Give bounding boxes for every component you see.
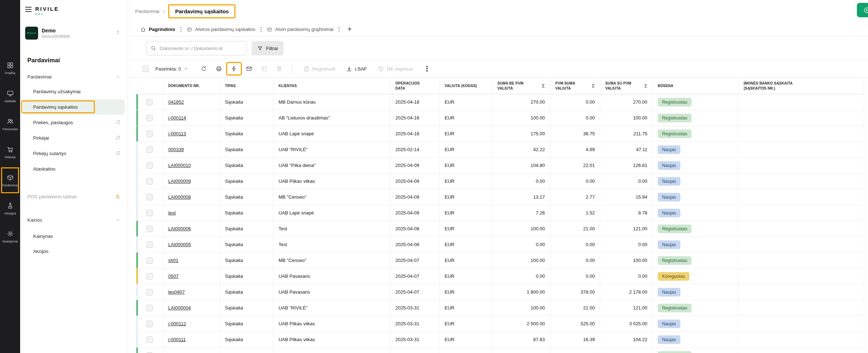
document-link[interactable]: LAI000009	[168, 178, 191, 184]
table-row[interactable]: LAI000006 Sąskaita Test 2025-04-08 EUR 1…	[136, 221, 864, 237]
table-row[interactable]: LAI000005 Sąskaita Test 2025-04-08 EUR 0…	[136, 237, 864, 253]
row-checkbox[interactable]	[146, 336, 153, 343]
selected-count-dropdown[interactable]: Pasirinkta: 0	[155, 66, 188, 72]
row-checkbox[interactable]	[146, 257, 153, 264]
chevron-updown-icon[interactable]	[115, 30, 120, 36]
row-checkbox[interactable]	[146, 210, 153, 216]
document-link[interactable]: j-000113	[168, 131, 186, 136]
copy-button[interactable]	[258, 63, 271, 74]
document-link[interactable]: 000339	[168, 147, 184, 152]
sidebar-item-prekes-paslaugos[interactable]: Prekės, paslaugos	[20, 115, 128, 130]
document-link[interactable]: sh01	[168, 258, 178, 263]
sidebar-item-ataskaitos[interactable]: Ataskaitos	[20, 161, 128, 177]
rail-item-atsargos[interactable]: Atsargos	[0, 194, 20, 222]
table-row[interactable]: LAI000010 Sąskaita UAB "Pilka diena" 202…	[136, 158, 864, 173]
document-link[interactable]: 0507	[168, 273, 179, 279]
row-checkbox[interactable]	[146, 241, 153, 248]
rail-item-pardavimai[interactable]: Pardavimai	[0, 166, 20, 194]
table-row[interactable]: LAI000004 Sąskaita UAB "RIVILĖ" 2025-03-…	[136, 300, 864, 316]
rail-item-apskaita[interactable]: Apskaita	[0, 82, 20, 110]
tab-kebab-icon[interactable]	[258, 27, 264, 32]
sidebar-group-pardavimai[interactable]: Pardavimai	[27, 74, 120, 80]
sidebar-item-pos[interactable]: POS pardavimo taškas	[27, 194, 120, 199]
header-pvm-suma[interactable]: PVM SUMA VALIUTAΣ	[550, 78, 600, 94]
table-row[interactable]: LAI000009 Sąskaita UAB Pilkas vilkas 202…	[136, 173, 864, 189]
document-link[interactable]: tes0407	[168, 289, 185, 295]
sum-icon[interactable]: Σ	[542, 83, 545, 89]
table-row[interactable]: 041852 Sąskaita MB Darnus kūnas 2025-04-…	[136, 94, 864, 110]
refresh-button[interactable]	[197, 63, 210, 74]
document-link[interactable]: test	[168, 210, 176, 216]
row-checkbox[interactable]	[146, 289, 153, 295]
breadcrumb-parent[interactable]: Pardavimai	[135, 9, 160, 14]
more-actions-kebab-icon[interactable]	[423, 64, 431, 73]
sidebar-item-pirkejai[interactable]: Pirkėjai	[20, 130, 128, 146]
tab-kebab-icon[interactable]	[336, 27, 342, 32]
tab-pagrindinis[interactable]: Pagrindinis	[137, 22, 178, 36]
add-tab-button[interactable]: +	[348, 25, 352, 33]
document-link[interactable]: 041852	[168, 99, 184, 105]
header-valiuta[interactable]: VALIUTA (KODAS)	[440, 78, 492, 94]
document-link[interactable]: LAI000006	[168, 226, 191, 231]
row-checkbox[interactable]	[146, 305, 153, 311]
document-link[interactable]: LAI000004	[168, 305, 191, 311]
header-klientas[interactable]: KLIENTAS	[274, 78, 390, 94]
header-tipas[interactable]: TIPAS	[220, 78, 274, 94]
sum-icon[interactable]: Σ	[644, 83, 647, 89]
document-link[interactable]: LAI000010	[168, 163, 191, 168]
table-row[interactable]: tes0407 Sąskaita UAB Pavasaris 2025-04-0…	[136, 284, 864, 300]
tab-kebab-icon[interactable]	[178, 27, 184, 32]
table-row[interactable]: 0507 Sąskaita UAB Pavasaris 2025-04-07 E…	[136, 268, 864, 284]
row-checkbox[interactable]	[146, 273, 153, 280]
row-checkbox[interactable]	[146, 146, 153, 153]
create-button[interactable]: Su	[857, 3, 868, 17]
quick-actions-button[interactable]	[228, 63, 240, 74]
table-row[interactable]: j-000111 Sąskaita UAB Pilkas vilkas 2025…	[136, 332, 864, 348]
header-operacijos-data[interactable]: OPERACIJOS DATA	[390, 78, 440, 94]
header-suma-be-pvm[interactable]: SUMA BE PVM VALIUTAΣ	[492, 78, 550, 94]
document-link[interactable]: j-000114	[168, 115, 186, 121]
dk-registras-button[interactable]: DK registras	[378, 66, 413, 72]
table-row[interactable]: LAI000008 Sąskaita MB "Censeo" 2025-04-0…	[136, 189, 864, 205]
rail-item-personalas[interactable]: Personalas	[0, 110, 20, 138]
rail-item-pirkimai[interactable]: Pirkimai	[0, 138, 20, 166]
select-all-checkbox[interactable]	[142, 65, 149, 72]
document-link[interactable]: j-000111	[168, 337, 186, 342]
tab-atviri-grazinimai[interactable]: Atviri pardavimų grąžinimai	[264, 22, 336, 36]
register-button[interactable]: Registruoti	[303, 66, 336, 72]
isaf-button[interactable]: i.SAF	[346, 66, 367, 72]
sidebar-item-pardavimu-saskaitos[interactable]: Pardavimų sąskaitos	[23, 99, 125, 115]
company-selector[interactable]: RIVILE Demo Demo20240906	[25, 27, 123, 40]
table-row[interactable]: sh01 Sąskaita MB "Censeo" 2025-04-07 EUR…	[136, 253, 864, 268]
table-row[interactable]: j-000110 Sąskaita AB "Lietuvos draudimas…	[136, 348, 864, 353]
sidebar-item-kainynas[interactable]: Kainynas	[20, 228, 128, 244]
rail-item-nustatymai[interactable]: Nustatymai	[0, 222, 20, 250]
document-link[interactable]: j-000112	[168, 321, 186, 326]
header-dokumento-nr[interactable]: DOKUMENTO NR.	[163, 78, 220, 94]
table-row[interactable]: test Sąskaita UAB Lapė snapė 2025-04-09 …	[136, 205, 864, 221]
delete-button[interactable]	[273, 63, 286, 74]
sum-icon[interactable]: Σ	[592, 83, 595, 89]
header-suma-su-pvm[interactable]: SUMA SU PVM VALIUTAΣ	[600, 78, 653, 94]
row-checkbox[interactable]	[146, 194, 153, 200]
row-checkbox[interactable]	[146, 162, 153, 169]
row-checkbox[interactable]	[146, 321, 153, 327]
header-imones-banko[interactable]: ĮMONĖS BANKO SĄSKAITA (SĄSKAITOS NR.)	[739, 78, 864, 94]
print-button[interactable]	[212, 63, 225, 74]
row-checkbox[interactable]	[146, 115, 153, 121]
document-link[interactable]: LAI000008	[168, 194, 191, 200]
sidebar-group-kainos[interactable]: Kainos	[27, 217, 120, 223]
sidebar-item-pirkeju-sutartys[interactable]: Pirkėjų sutartys	[20, 146, 128, 161]
sidebar-item-pardavimu-uzsakymai[interactable]: Pardavimų užsakymai	[20, 84, 128, 99]
row-checkbox[interactable]	[146, 178, 153, 185]
document-link[interactable]: LAI000005	[168, 242, 191, 247]
tab-atviros-saskaitos[interactable]: Atviros pardavimų sąskaitos	[184, 22, 258, 36]
hamburger-icon[interactable]	[25, 6, 32, 12]
table-row[interactable]: 000339 Sąskaita UAB "RIVILĖ" 2025-02-14 …	[136, 142, 864, 158]
header-busena[interactable]: BŪSENA	[653, 78, 739, 94]
table-row[interactable]: j-000112 Sąskaita UAB Pilkas vilkas 2025…	[136, 316, 864, 332]
filter-button[interactable]: Filtrai	[252, 41, 284, 55]
search-input[interactable]	[160, 46, 242, 51]
row-checkbox[interactable]	[146, 99, 153, 105]
table-row[interactable]: j-000114 Sąskaita AB "Lietuvos draudimas…	[136, 110, 864, 126]
